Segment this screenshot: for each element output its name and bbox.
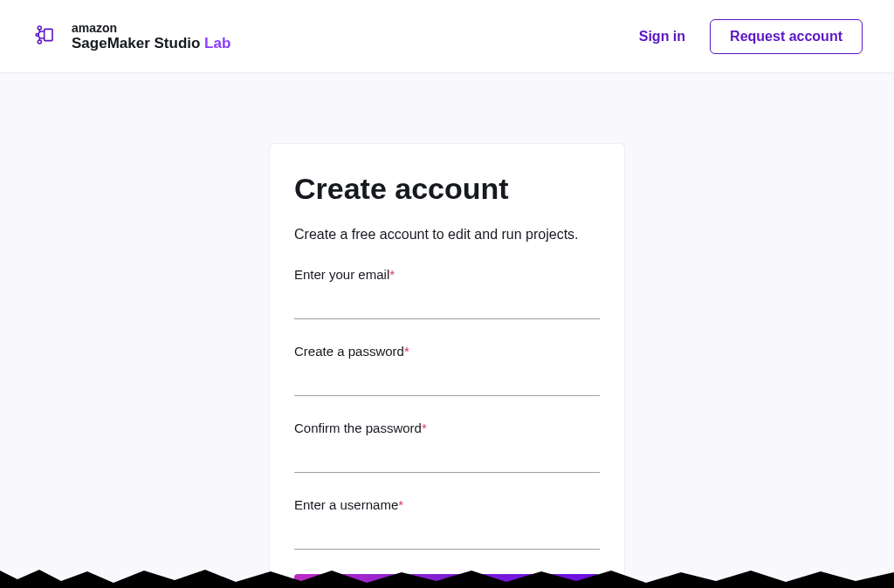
create-account-card: Create account Create a free account to … (269, 143, 625, 588)
email-field[interactable] (294, 291, 600, 319)
username-label: Enter a username* (294, 497, 403, 512)
signin-link[interactable]: Sign in (639, 29, 685, 44)
required-marker: * (398, 497, 403, 512)
email-label: Enter your email* (294, 267, 395, 282)
required-marker: * (389, 267, 395, 282)
required-marker: * (404, 344, 409, 359)
brand-main: SageMaker Studio (72, 35, 200, 51)
email-field-wrapper: Enter your email* (294, 267, 600, 319)
password-field-wrapper: Create a password* (294, 344, 600, 396)
create-account-button[interactable]: Create account (294, 574, 600, 588)
svg-point-3 (36, 33, 38, 36)
email-label-text: Enter your email (294, 267, 389, 282)
username-field-wrapper: Enter a username* (294, 497, 600, 550)
header: amazon SageMaker Studio Lab Sign in Requ… (0, 0, 894, 73)
password-label: Create a password* (294, 344, 409, 359)
confirm-password-field-wrapper: Confirm the password* (294, 420, 600, 473)
confirm-password-label: Confirm the password* (294, 420, 427, 435)
username-label-text: Enter a username (294, 497, 398, 512)
confirm-password-field[interactable] (294, 445, 600, 473)
request-account-button[interactable]: Request account (710, 19, 863, 54)
page-title: Create account (294, 172, 600, 206)
brand-bottom: SageMaker Studio Lab (72, 35, 230, 52)
password-label-text: Create a password (294, 344, 404, 359)
confirm-password-label-text: Confirm the password (294, 420, 422, 435)
username-field[interactable] (294, 522, 600, 550)
svg-rect-0 (45, 29, 52, 40)
header-actions: Sign in Request account (639, 19, 863, 54)
brand-logo-icon (31, 21, 59, 52)
password-field[interactable] (294, 368, 600, 396)
required-marker: * (422, 420, 427, 435)
brand[interactable]: amazon SageMaker Studio Lab (31, 21, 230, 52)
brand-lab: Lab (204, 35, 230, 51)
page-subtitle: Create a free account to edit and run pr… (294, 227, 600, 243)
brand-top: amazon (72, 21, 230, 35)
brand-text: amazon SageMaker Studio Lab (72, 21, 230, 52)
